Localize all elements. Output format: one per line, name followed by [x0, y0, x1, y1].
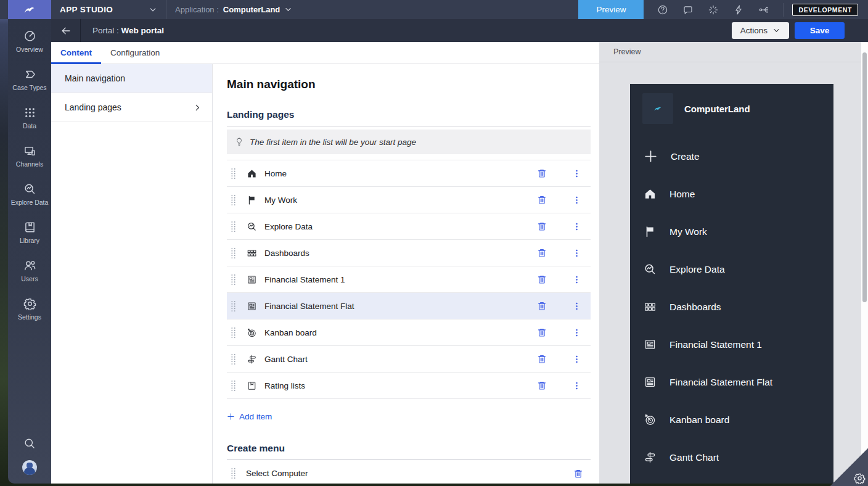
sidebar-item-channels[interactable]: Channels — [8, 144, 51, 168]
preview-nav-financial-statement-flat[interactable]: Financial Statement Flat — [630, 363, 833, 401]
avatar[interactable] — [22, 460, 37, 475]
landing-row-financial-statement-flat[interactable]: Financial Statement Flat — [227, 293, 591, 319]
drag-handle-icon[interactable] — [231, 247, 236, 259]
drag-handle-icon[interactable] — [231, 380, 236, 392]
gantt-icon — [247, 354, 257, 364]
sidebar-item-explore-data[interactable]: Explore Data — [8, 183, 51, 206]
pega-logo[interactable] — [8, 0, 51, 19]
landing-row-explore-data[interactable]: Explore Data — [227, 213, 591, 240]
create-menu-list: Select Computer — [227, 460, 591, 484]
lightbulb-icon — [234, 137, 244, 147]
preview-nav-create[interactable]: Create — [630, 138, 833, 175]
plus-icon — [227, 413, 235, 421]
drag-handle-icon[interactable] — [231, 467, 236, 479]
delete-trash-icon[interactable] — [536, 353, 547, 364]
help-icon[interactable] — [657, 4, 668, 15]
delete-trash-icon[interactable] — [536, 247, 547, 258]
nav-panel-item-landing-pages[interactable]: Landing pages — [51, 93, 212, 122]
chevron-down-icon — [284, 6, 292, 14]
row-label: Select Computer — [246, 469, 308, 478]
sidebar-item-data[interactable]: Data — [8, 106, 51, 130]
sidebar-item-settings[interactable]: Settings — [8, 297, 51, 321]
preview-nav-label: Home — [669, 189, 695, 200]
preview-button[interactable]: Preview — [578, 0, 644, 19]
drag-handle-icon[interactable] — [231, 274, 236, 286]
flow-icon[interactable] — [758, 4, 769, 15]
subbar-divider — [80, 19, 81, 42]
delete-trash-icon[interactable] — [536, 300, 547, 311]
landing-row-gantt-chart[interactable]: Gantt Chart — [227, 346, 591, 373]
delete-trash-icon[interactable] — [536, 380, 547, 391]
left-sidebar: Overview Case Types Data Channels Explor… — [8, 19, 51, 484]
application-selector[interactable]: Application : ComputerLand — [166, 0, 301, 19]
delete-trash-icon[interactable] — [536, 168, 547, 179]
app-studio-menu[interactable]: APP STUDIO — [51, 0, 166, 19]
preview-nav-kanban-board[interactable]: Kanban board — [630, 401, 833, 439]
runtime-toolbar-corner[interactable] — [830, 448, 868, 486]
drag-handle-icon[interactable] — [231, 327, 236, 339]
more-options-icon[interactable] — [572, 169, 581, 178]
home-icon — [247, 168, 257, 179]
landing-row-rating-lists[interactable]: Rating lists — [227, 373, 591, 399]
app-studio-label: APP STUDIO — [60, 5, 113, 14]
preview-region: Preview ComputerLand Create Home My Work… — [599, 42, 861, 484]
search-icon[interactable] — [23, 437, 36, 450]
lightning-icon[interactable] — [733, 4, 744, 15]
delete-trash-icon[interactable] — [536, 274, 547, 285]
sidebar-item-library[interactable]: Library — [8, 221, 51, 244]
more-options-icon[interactable] — [572, 328, 581, 337]
page-scrollbar[interactable] — [861, 42, 868, 486]
more-options-icon[interactable] — [572, 196, 581, 205]
more-options-icon[interactable] — [572, 302, 581, 311]
add-item-button[interactable]: Add item — [227, 412, 272, 421]
more-options-icon[interactable] — [572, 355, 581, 364]
preview-nav-gantt-chart[interactable]: Gantt Chart — [630, 439, 833, 476]
landing-row-kanban-board[interactable]: Kanban board — [227, 319, 591, 346]
more-options-icon[interactable] — [572, 275, 581, 284]
more-options-icon[interactable] — [572, 222, 581, 231]
drag-handle-icon[interactable] — [231, 194, 236, 206]
sidebar-item-users[interactable]: Users — [8, 259, 51, 282]
gauge-icon — [23, 30, 36, 43]
drag-handle-icon[interactable] — [231, 221, 236, 233]
delete-trash-icon[interactable] — [573, 468, 584, 479]
drag-handle-icon[interactable] — [231, 168, 236, 179]
landing-row-home[interactable]: Home — [227, 160, 591, 187]
topbar-divider — [783, 3, 784, 17]
spark-icon[interactable] — [708, 4, 719, 15]
delete-trash-icon[interactable] — [536, 327, 547, 338]
back-arrow-icon[interactable] — [60, 25, 72, 36]
delete-trash-icon[interactable] — [536, 221, 547, 232]
preview-nav-home[interactable]: Home — [630, 175, 833, 213]
row-label: Gantt Chart — [264, 355, 308, 364]
save-button[interactable]: Save — [795, 22, 845, 39]
delete-trash-icon[interactable] — [536, 194, 547, 205]
preview-nav-my-work[interactable]: My Work — [630, 213, 833, 250]
drag-handle-icon[interactable] — [231, 353, 236, 365]
flag-icon — [247, 195, 257, 205]
more-options-icon[interactable] — [572, 249, 581, 258]
sidebar-item-case-types[interactable]: Case Types — [8, 68, 51, 91]
scrollbar-thumb[interactable] — [862, 52, 867, 302]
kanban-icon — [247, 327, 257, 338]
top-bar: APP STUDIO Application : ComputerLand Pr… — [0, 0, 868, 19]
nav-panel-item-main-navigation[interactable]: Main navigation — [51, 64, 212, 93]
actions-button[interactable]: Actions — [732, 22, 789, 39]
preview-nav-financial-statement-1[interactable]: Financial Statement 1 — [630, 326, 833, 363]
create-menu-row-select-computer[interactable]: Select Computer — [227, 460, 591, 484]
application-label: Application : — [175, 5, 219, 14]
drag-handle-icon[interactable] — [231, 300, 236, 312]
preview-nav-rating-lists[interactable]: Rating lists — [630, 476, 833, 484]
more-options-icon[interactable] — [572, 381, 581, 390]
landing-row-financial-statement-1[interactable]: Financial Statement 1 — [227, 266, 591, 293]
preview-nav-label: Explore Data — [669, 264, 725, 275]
gear-icon[interactable] — [854, 472, 866, 484]
tab-content[interactable]: Content — [51, 42, 101, 64]
tab-configuration[interactable]: Configuration — [101, 42, 169, 64]
landing-row-my-work[interactable]: My Work — [227, 187, 591, 213]
preview-nav-explore-data[interactable]: Explore Data — [630, 250, 833, 288]
landing-row-dashboards[interactable]: Dashboards — [227, 240, 591, 266]
preview-nav-dashboards[interactable]: Dashboards — [630, 288, 833, 326]
sidebar-item-overview[interactable]: Overview — [8, 30, 51, 53]
comment-icon[interactable] — [682, 4, 694, 15]
